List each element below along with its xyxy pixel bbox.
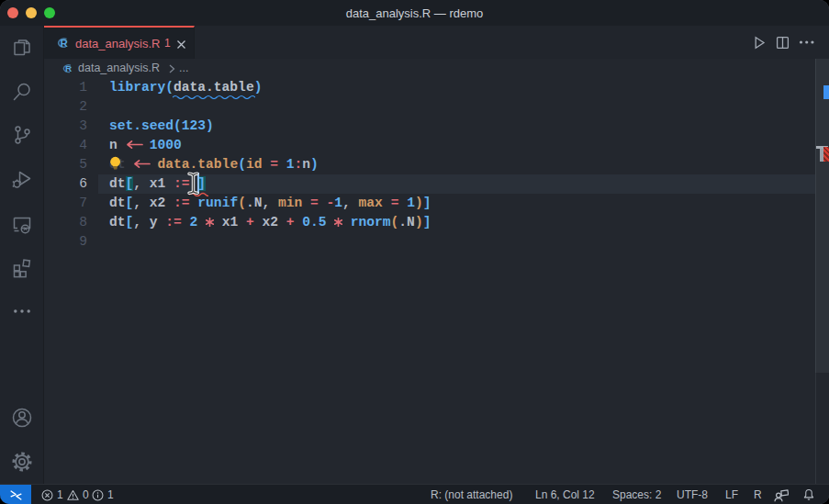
svg-text:R: R <box>65 63 72 73</box>
svg-text:R: R <box>61 38 69 49</box>
